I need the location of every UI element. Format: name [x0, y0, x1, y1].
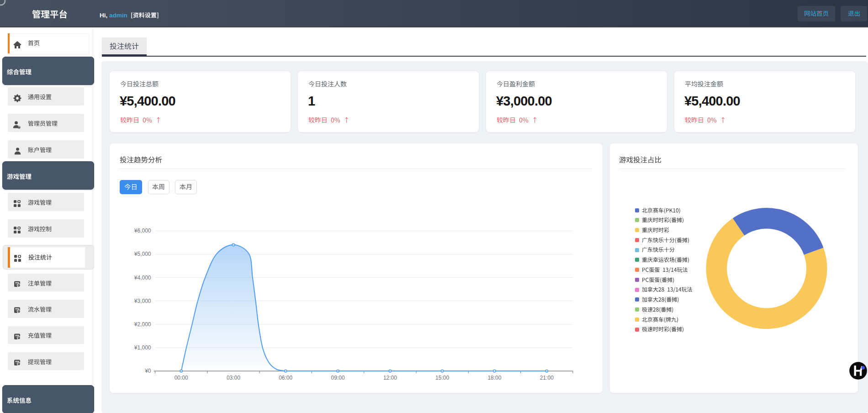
svg-text:¥2,000: ¥2,000 — [133, 321, 151, 327]
svg-text:¥0: ¥0 — [144, 368, 151, 374]
svg-text:¥3,000: ¥3,000 — [133, 297, 151, 304]
svg-text:06:00: 06:00 — [279, 375, 292, 381]
svg-text:09:00: 09:00 — [331, 375, 344, 381]
svg-text:¥4,000: ¥4,000 — [133, 274, 151, 281]
svg-text:21:00: 21:00 — [540, 375, 553, 381]
svg-text:12:00: 12:00 — [383, 375, 397, 381]
svg-text:15:00: 15:00 — [435, 375, 449, 381]
svg-text:00:00: 00:00 — [174, 375, 188, 381]
svg-text:03:00: 03:00 — [226, 375, 240, 381]
svg-text:18:00: 18:00 — [487, 375, 501, 381]
svg-text:¥1,000: ¥1,000 — [133, 344, 151, 351]
svg-text:¥5,000: ¥5,000 — [133, 251, 151, 257]
svg-text:¥6,000: ¥6,000 — [133, 228, 151, 234]
